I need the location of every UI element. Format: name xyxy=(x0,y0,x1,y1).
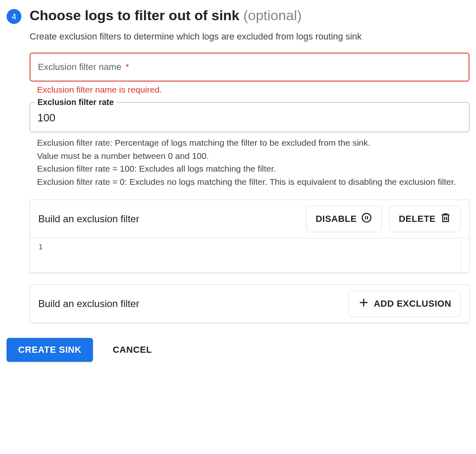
add-exclusion-title: Build an exclusion filter xyxy=(38,298,139,310)
svg-point-0 xyxy=(362,214,371,222)
cancel-button[interactable]: CANCEL xyxy=(109,338,155,362)
build-filter-title: Build an exclusion filter xyxy=(38,213,139,225)
editor-scrollbar[interactable] xyxy=(461,238,469,272)
filter-editor[interactable]: 1 xyxy=(30,238,469,272)
add-exclusion-card: Build an exclusion filter ADD EXCLUSION xyxy=(30,284,469,323)
step-description: Create exclusion filters to determine wh… xyxy=(30,30,469,43)
required-asterisk: * xyxy=(125,62,129,72)
exclusion-filter-name-label: Exclusion filter name xyxy=(38,62,121,72)
pause-icon xyxy=(361,212,372,226)
delete-button-label: DELETE xyxy=(399,214,436,224)
step-title: Choose logs to filter out of sink (optio… xyxy=(30,7,469,24)
editor-line-number: 1 xyxy=(30,238,50,272)
exclusion-filter-rate-value: 100 xyxy=(37,112,462,124)
exclusion-filter-card: Build an exclusion filter DISABLE xyxy=(30,200,469,273)
plus-icon xyxy=(358,297,369,311)
exclusion-filter-rate-help: Exclusion filter rate: Percentage of log… xyxy=(37,136,469,188)
exclusion-filter-rate-input[interactable]: Exclusion filter rate 100 xyxy=(30,102,469,132)
exclusion-filter-name-error: Exclusion filter name is required. xyxy=(37,85,469,95)
step-title-text: Choose logs to filter out of sink xyxy=(30,7,239,23)
disable-button[interactable]: DISABLE xyxy=(306,206,382,232)
step-number-badge: 4 xyxy=(7,9,21,24)
trash-icon xyxy=(440,212,451,226)
exclusion-filter-name-input[interactable]: Exclusion filter name * xyxy=(30,53,469,81)
exclusion-filter-rate-label: Exclusion filter rate xyxy=(35,98,116,107)
disable-button-label: DISABLE xyxy=(316,214,357,224)
delete-button[interactable]: DELETE xyxy=(389,206,461,232)
editor-code-area[interactable] xyxy=(50,238,461,272)
step-optional-tag: (optional) xyxy=(243,7,302,23)
create-sink-button[interactable]: CREATE SINK xyxy=(7,338,93,362)
add-exclusion-button[interactable]: ADD EXCLUSION xyxy=(348,291,461,317)
add-exclusion-label: ADD EXCLUSION xyxy=(374,298,451,309)
